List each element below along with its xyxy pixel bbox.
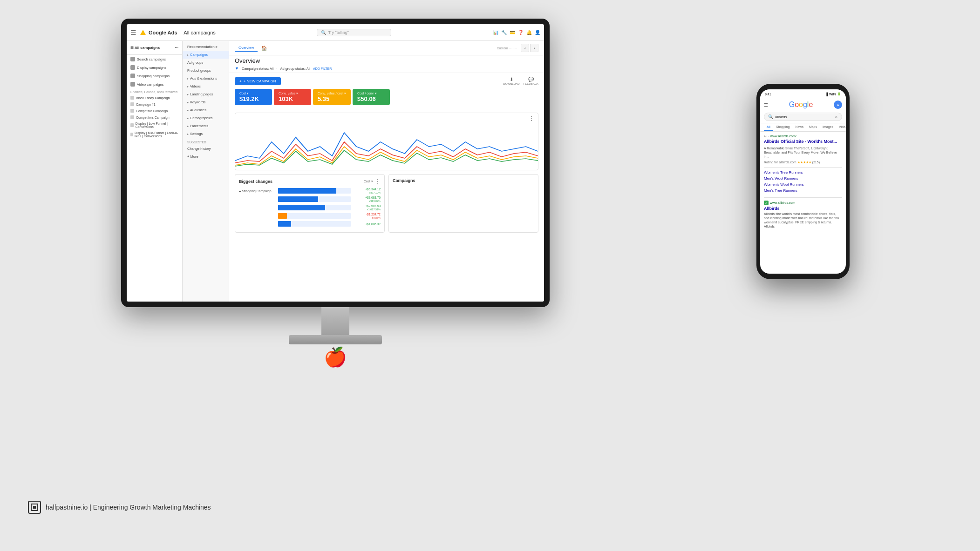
metric-card-conv-value[interactable]: Conv. value ▾ 103K [274, 89, 311, 105]
biggest-changes-panel: Biggest changes Cost ▾ ⋮ ● Shopping Camp… [235, 174, 385, 233]
campaign-icon-1 [130, 96, 134, 100]
bar-value-3: +$2,587.53+1,017.51% [353, 204, 381, 211]
chart-menu-icon[interactable]: ⋮ [529, 115, 534, 121]
sitelink-3[interactable]: Women's Wool Runners [764, 181, 842, 188]
nav-placements[interactable]: ▸ Placements [183, 122, 229, 130]
bar-row-5: +$1,086.37 [239, 221, 381, 227]
monitor-stand-neck [321, 307, 349, 335]
help-icon[interactable]: ❓ [518, 30, 524, 35]
nav-product-groups-label: Product groups [187, 68, 211, 73]
feedback-button[interactable]: 💬 FEEDBACK [524, 77, 538, 85]
phone-search-clear[interactable]: ✕ [835, 115, 838, 119]
nav-change-history-label: Change history [187, 147, 211, 151]
sidebar-campaign-display-mid[interactable]: Display | Mid-Funnel | Look-a-likes | Co… [127, 130, 182, 139]
phone-search-bar[interactable]: 🔍 allbirds ✕ [764, 113, 842, 121]
chart-container: ⋮ [235, 113, 538, 170]
biggest-changes-metric[interactable]: Cost ▾ [364, 180, 373, 183]
notifications-icon[interactable]: 🔔 [526, 30, 532, 35]
sidebar-item-display[interactable]: Display campaigns [127, 63, 182, 72]
ads-header: ☰ Google Ads All campaigns 🔍 Try "bil [127, 24, 544, 41]
metric-label-conv-ratio: Conv. value / cost ▾ [318, 92, 346, 95]
phone-avatar[interactable]: A [834, 101, 842, 109]
phone-tab-video[interactable]: Vide... [836, 123, 846, 131]
nav-videos[interactable]: ▸ Videos [183, 82, 229, 90]
phone-tab-shopping[interactable]: Shopping [773, 123, 793, 131]
organic-title[interactable]: Allbirds [764, 206, 842, 211]
download-button[interactable]: ⬇ DOWNLOAD [503, 77, 519, 85]
display-campaigns-label: Display campaigns [137, 66, 166, 70]
sitelink-4[interactable]: Men's Tree Runners [764, 188, 842, 194]
nav-ads-extensions[interactable]: ▸ Ads & extensions [183, 74, 229, 82]
phone-tab-images[interactable]: Images [820, 123, 836, 131]
add-filter-button[interactable]: ADD FILTER [313, 67, 332, 70]
sidebar-campaign-1[interactable]: Campaign #1 [127, 101, 182, 108]
nav-more[interactable]: + More [183, 153, 229, 161]
phone-time: 9:41 [765, 93, 771, 96]
phone-tab-maps[interactable]: Maps [806, 123, 820, 131]
nav-change-history[interactable]: Change history [183, 145, 229, 153]
billing-icon[interactable]: 💳 [510, 30, 515, 35]
nav-next-arrow[interactable]: › [530, 44, 538, 52]
nav-recommendation[interactable]: Recommendation ▸ [183, 43, 229, 51]
metric-card-conv-ratio[interactable]: Conv. value / cost ▾ 5.35 [313, 89, 351, 105]
expand-arrow-settings: ▸ [187, 132, 189, 135]
tab-overview[interactable]: Overview [235, 45, 258, 52]
apple-logo: 🍎 [121, 346, 550, 368]
campaign-icon-5 [130, 123, 134, 127]
nav-settings[interactable]: ▸ Settings [183, 130, 229, 138]
sidebar-campaign-competitor[interactable]: Competitor Campaign [127, 108, 182, 114]
sitelink-1[interactable]: Women's Tree Runners [764, 169, 842, 175]
account-icon[interactable]: 👤 [535, 30, 540, 35]
shopping-campaigns-icon [130, 74, 135, 78]
svg-rect-2 [33, 506, 36, 509]
ad-title[interactable]: Allbirds Official Site - World's Most... [764, 139, 842, 145]
nav-landing-pages[interactable]: ▸ Landing pages [183, 90, 229, 98]
page-title: Overview [229, 55, 544, 64]
chart-svg [235, 123, 538, 170]
nav-prev-arrow[interactable]: ‹ [521, 44, 529, 52]
campaigns-panel-title: Campaigns [393, 178, 415, 183]
sitelink-2[interactable]: Men's Wool Runners [764, 175, 842, 181]
header-search: 🔍 Try "billing" [219, 29, 489, 36]
nav-keywords[interactable]: ▸ Keywords [183, 98, 229, 106]
metric-card-cost-conv[interactable]: Cost / conv. ▾ $50.06 [353, 89, 390, 105]
metric-card-cost[interactable]: Cost ▾ $19.2K [235, 89, 272, 105]
phone-hamburger-icon[interactable]: ☰ [764, 102, 768, 108]
nav-ad-groups-label: Ad groups [187, 60, 203, 65]
phone-tab-news[interactable]: News [792, 123, 806, 131]
tab-home-icon[interactable]: 🏠 [261, 46, 267, 51]
nav-product-groups[interactable]: Product groups [183, 67, 229, 74]
search-box[interactable]: 🔍 Try "billing" [317, 29, 391, 36]
phone-google-header: ☰ Google A [760, 99, 846, 111]
nav-demographics[interactable]: ▸ Demographics [183, 114, 229, 122]
sidebar-campaign-display-low[interactable]: Display | Low-Funnel | Conversions [127, 121, 182, 130]
expand-arrow-landing: ▸ [187, 93, 189, 96]
left-nav: Recommendation ▸ ▸ Campaigns Ad groups P… [183, 41, 229, 302]
reports-icon[interactable]: 📊 [493, 30, 498, 35]
sidebar-campaign-competitors[interactable]: Competitors Campaign [127, 114, 182, 121]
metric-value-cost-conv: $50.06 [357, 95, 385, 102]
tools-icon[interactable]: 🔧 [501, 30, 507, 35]
sidebar-all-campaigns[interactable]: ⊞ All campaigns ⋯ [130, 44, 178, 52]
sidebar-campaign-black-friday[interactable]: Black Friday Campaign [127, 94, 182, 101]
phone-tab-all[interactable]: All [764, 123, 773, 131]
nav-campaigns[interactable]: ▸ Campaigns [183, 51, 229, 59]
search-campaigns-icon [130, 57, 135, 61]
hamburger-icon[interactable]: ☰ [130, 29, 136, 36]
download-icon: ⬇ [510, 77, 513, 82]
panel-right-actions: ⬇ DOWNLOAD 💬 FEEDBACK [503, 77, 538, 85]
bar-row-4: -$1,234.72-88.86% [239, 213, 381, 219]
sidebar-add-icon[interactable]: ⋯ [175, 46, 178, 50]
g1: G [789, 101, 795, 108]
rating-label: Rating for allbirds.com [764, 161, 796, 164]
page-wrapper: ☰ Google Ads All campaigns 🔍 Try "bil [0, 0, 980, 551]
phone-status-icons: ▐ WiFi 🔋 [825, 92, 841, 96]
new-campaign-button[interactable]: + + NEW CAMPAIGN [235, 77, 281, 85]
new-campaign-plus: + [239, 79, 242, 83]
biggest-changes-menu[interactable]: ⋮ [375, 178, 381, 185]
sidebar-item-video[interactable]: Video campaigns [127, 80, 182, 88]
nav-ad-groups[interactable]: Ad groups [183, 59, 229, 67]
sidebar-item-shopping[interactable]: Shopping campaigns [127, 72, 182, 80]
nav-audiences[interactable]: ▸ Audiences [183, 106, 229, 114]
sidebar-item-search[interactable]: Search campaigns [127, 55, 182, 63]
